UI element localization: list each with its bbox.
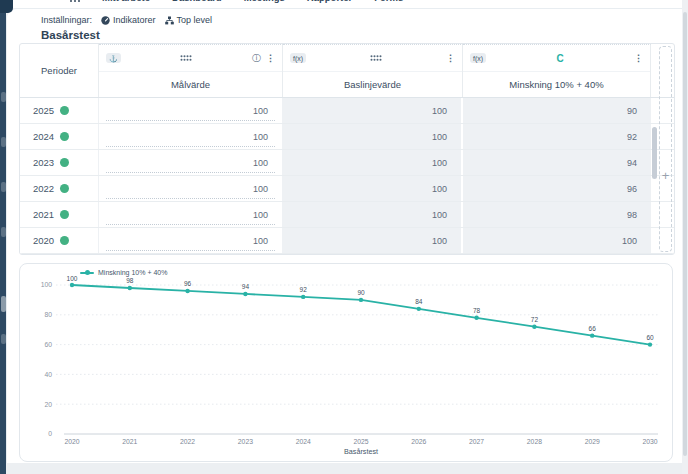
column-header-label[interactable]: Målvärde — [99, 72, 282, 97]
data-point[interactable] — [70, 283, 74, 287]
y-tick-label: 20 — [44, 401, 52, 408]
data-point[interactable] — [128, 286, 132, 290]
left-sidebar[interactable] — [0, 0, 6, 474]
column-header-label[interactable]: Minskning 10% + 40% — [463, 72, 650, 97]
x-tick-label: 2024 — [296, 438, 311, 445]
x-tick-label: 2020 — [64, 438, 79, 445]
data-point[interactable] — [474, 316, 478, 320]
data-point-label: 98 — [126, 277, 134, 284]
column-malvarde: ⚓ ⓘ ⋮ Målvärde — [99, 44, 283, 97]
period-cell[interactable]: 2022 — [20, 176, 99, 201]
malvarde-input-cell[interactable]: 100 — [99, 202, 283, 227]
data-point[interactable] — [648, 342, 652, 346]
info-icon[interactable]: ⓘ — [252, 54, 261, 63]
x-tick-label: 2026 — [411, 438, 426, 445]
data-point[interactable] — [185, 289, 189, 293]
table-row: 202210010096 — [20, 176, 674, 202]
table-row: 202110010098 — [20, 202, 674, 228]
sidebar-selected-item[interactable] — [1, 296, 6, 312]
minskning-cell: 92 — [463, 124, 651, 149]
y-tick-label: 100 — [41, 281, 53, 288]
status-dot-green — [60, 106, 69, 115]
period-cell[interactable]: 2021 — [20, 202, 99, 227]
data-point[interactable] — [417, 307, 421, 311]
malvarde-input-cell[interactable]: 100 — [99, 176, 283, 201]
period-cell[interactable]: 2019— — [20, 254, 99, 255]
data-point[interactable] — [590, 333, 594, 337]
breadcrumb-indicators[interactable]: Indikatorer — [101, 15, 156, 25]
period-cell[interactable]: 2023 — [20, 150, 99, 175]
column-baslinjevarde: f(x) ⋮ Baslinjevärde — [283, 44, 463, 97]
malvarde-input-cell[interactable] — [99, 254, 283, 255]
sidebar-icon-hint[interactable] — [1, 137, 6, 147]
add-column-dropzone[interactable]: + — [659, 46, 672, 252]
apps-grid-icon[interactable] — [70, 0, 80, 2]
minskning-cell: 96 — [463, 176, 651, 201]
sidebar-icon-hint[interactable] — [1, 227, 6, 237]
breadcrumb-top-level[interactable]: Top level — [165, 15, 213, 25]
kebab-menu-icon[interactable]: ⋮ — [446, 54, 455, 63]
column-c-flag: C — [556, 53, 563, 64]
data-point[interactable] — [243, 292, 247, 296]
data-point-label: 78 — [473, 307, 481, 314]
period-cell[interactable]: 2024 — [20, 124, 99, 149]
y-tick-label: 40 — [44, 371, 52, 378]
app-window: Mitt arbeteDashboardMeetingsRapporterFor… — [0, 0, 688, 474]
kebab-menu-icon[interactable]: ⋮ — [634, 54, 643, 63]
malvarde-input-cell[interactable]: 100 — [99, 124, 283, 149]
x-tick-label: 2027 — [469, 438, 484, 445]
y-tick-label: 60 — [44, 341, 52, 348]
malvarde-input-cell[interactable]: 100 — [99, 150, 283, 175]
breadcrumb-top-level-label: Top level — [177, 15, 213, 25]
drag-handle-icon[interactable] — [370, 55, 382, 61]
x-tick-label: 2021 — [122, 438, 137, 445]
minskning-cell: 90 — [463, 98, 651, 123]
content-panel: Inställningar: Indikatorer Top level Bas… — [6, 8, 688, 463]
hierarchy-icon — [165, 16, 174, 25]
table-row: 2020100100100 — [20, 228, 674, 254]
malvarde-input-cell[interactable]: 100 — [99, 228, 283, 253]
indicator-table: Perioder ⚓ ⓘ ⋮ Målvärde — [19, 43, 675, 255]
data-point-label: 94 — [242, 283, 250, 290]
baslinjevarde-cell — [283, 254, 463, 255]
sidebar-icon-hint[interactable] — [1, 334, 6, 344]
y-tick-label: 0 — [48, 430, 52, 437]
drag-handle-icon[interactable] — [180, 55, 192, 61]
baslinjevarde-cell: 100 — [283, 98, 463, 123]
malvarde-input-cell[interactable]: 100 — [99, 98, 283, 123]
table-row: 202310010094 — [20, 150, 674, 176]
nav-item-forms[interactable]: Forms — [374, 0, 403, 3]
sidebar-icon-hint[interactable] — [1, 92, 6, 102]
data-point[interactable] — [532, 325, 536, 329]
x-tick-label: 2023 — [238, 438, 253, 445]
gauge-icon — [101, 16, 110, 25]
period-cell[interactable]: 2020 — [20, 228, 99, 253]
add-column-button[interactable]: + — [662, 169, 670, 182]
minskning-cell: 94 — [463, 150, 651, 175]
period-column-header: Perioder — [20, 44, 99, 97]
sidebar-icon-hint[interactable] — [1, 182, 6, 192]
page-scrollbar-thumb[interactable] — [683, 12, 687, 456]
baslinjevarde-cell: 100 — [283, 228, 463, 253]
table-row: 2019— — [20, 254, 674, 255]
trend-chart-card: Minskning 10% + 40% 02040608010010020209… — [19, 263, 673, 462]
nav-item-rapporter[interactable]: Rapporter — [307, 0, 352, 3]
column-header-label[interactable]: Baslinjevärde — [283, 72, 462, 97]
data-point-label: 84 — [415, 298, 423, 305]
status-dot-green — [60, 184, 69, 193]
nav-item-meetings[interactable]: Meetings — [244, 0, 285, 3]
data-point[interactable] — [301, 295, 305, 299]
anchor-icon: ⚓ — [106, 53, 121, 63]
page-scrollbar[interactable] — [682, 0, 688, 474]
nav-item-dashboard[interactable]: Dashboard — [172, 0, 222, 3]
period-cell[interactable]: 2025 — [20, 98, 99, 123]
table-scrollbar-thumb[interactable] — [652, 127, 657, 179]
data-point[interactable] — [359, 298, 363, 302]
y-tick-label: 80 — [44, 311, 52, 318]
x-tick-label: 2029 — [585, 438, 600, 445]
nav-item-mitt-arbete[interactable]: Mitt arbete — [102, 0, 150, 3]
line-chart: 0204060801001002020982021962022942023922… — [20, 264, 672, 461]
minskning-cell: 100 — [463, 228, 651, 253]
kebab-menu-icon[interactable]: ⋮ — [266, 54, 275, 63]
data-point-label: 96 — [184, 280, 192, 287]
